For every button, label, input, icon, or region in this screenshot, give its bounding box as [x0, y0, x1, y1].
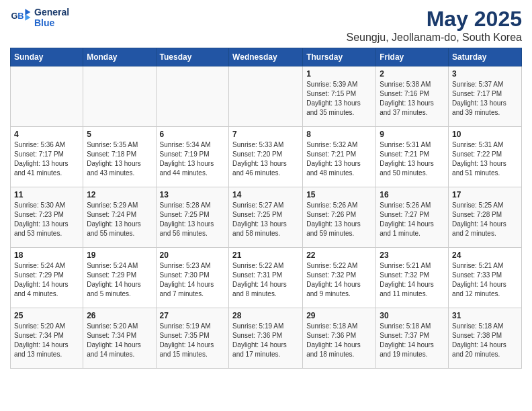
- day-info: Sunrise: 5:22 AMSunset: 7:31 PMDaylight:…: [232, 261, 299, 299]
- calendar-cell: 10Sunrise: 5:31 AMSunset: 7:22 PMDayligh…: [449, 127, 522, 187]
- calendar-cell: 27Sunrise: 5:19 AMSunset: 7:35 PMDayligh…: [156, 308, 229, 369]
- day-info: Sunrise: 5:20 AMSunset: 7:34 PMDaylight:…: [87, 322, 152, 359]
- calendar-cell: 13Sunrise: 5:28 AMSunset: 7:25 PMDayligh…: [156, 187, 229, 248]
- calendar-cell: 24Sunrise: 5:21 AMSunset: 7:33 PMDayligh…: [449, 248, 522, 308]
- day-info: Sunrise: 5:26 AMSunset: 7:27 PMDaylight:…: [380, 201, 445, 238]
- day-info: Sunrise: 5:21 AMSunset: 7:32 PMDaylight:…: [380, 261, 445, 299]
- day-info: Sunrise: 5:21 AMSunset: 7:33 PMDaylight:…: [452, 261, 518, 299]
- day-info: Sunrise: 5:31 AMSunset: 7:21 PMDaylight:…: [380, 140, 445, 178]
- day-info: Sunrise: 5:19 AMSunset: 7:36 PMDaylight:…: [232, 322, 299, 359]
- calendar-cell: 4Sunrise: 5:36 AMSunset: 7:17 PMDaylight…: [11, 127, 83, 187]
- day-number: 3: [452, 69, 518, 79]
- day-info: Sunrise: 5:32 AMSunset: 7:21 PMDaylight:…: [306, 140, 372, 178]
- week-row-4: 18Sunrise: 5:24 AMSunset: 7:29 PMDayligh…: [11, 248, 522, 308]
- calendar-cell: 29Sunrise: 5:18 AMSunset: 7:36 PMDayligh…: [303, 308, 376, 369]
- header-wednesday: Wednesday: [229, 48, 303, 66]
- calendar-cell: 14Sunrise: 5:27 AMSunset: 7:25 PMDayligh…: [229, 187, 303, 248]
- day-number: 21: [232, 250, 299, 260]
- day-info: Sunrise: 5:34 AMSunset: 7:19 PMDaylight:…: [160, 140, 226, 178]
- calendar-cell: 2Sunrise: 5:38 AMSunset: 7:16 PMDaylight…: [376, 66, 449, 127]
- calendar-cell: 8Sunrise: 5:32 AMSunset: 7:21 PMDaylight…: [303, 127, 376, 187]
- day-info: Sunrise: 5:20 AMSunset: 7:34 PMDaylight:…: [14, 322, 79, 359]
- location-title: Seungju, Jeollanam-do, South Korea: [346, 32, 522, 44]
- day-number: 25: [14, 311, 79, 320]
- calendar-cell: 31Sunrise: 5:18 AMSunset: 7:38 PMDayligh…: [449, 308, 522, 369]
- calendar-cell: 26Sunrise: 5:20 AMSunset: 7:34 PMDayligh…: [83, 308, 156, 369]
- day-number: 12: [87, 190, 152, 199]
- day-number: 26: [87, 311, 152, 320]
- day-number: 11: [14, 190, 79, 199]
- day-number: 2: [380, 69, 445, 79]
- page-header: G B General Blue May 2025 Seungju, Jeoll…: [10, 7, 522, 44]
- day-info: Sunrise: 5:30 AMSunset: 7:23 PMDaylight:…: [14, 201, 79, 238]
- calendar-cell: 30Sunrise: 5:18 AMSunset: 7:37 PMDayligh…: [376, 308, 449, 369]
- svg-text:G: G: [11, 11, 18, 21]
- calendar-cell: 5Sunrise: 5:35 AMSunset: 7:18 PMDaylight…: [83, 127, 156, 187]
- day-number: 23: [380, 250, 445, 260]
- day-number: 30: [380, 311, 445, 320]
- day-info: Sunrise: 5:25 AMSunset: 7:28 PMDaylight:…: [452, 201, 518, 238]
- header-tuesday: Tuesday: [156, 48, 229, 66]
- day-info: Sunrise: 5:19 AMSunset: 7:35 PMDaylight:…: [160, 322, 226, 359]
- calendar-cell: 20Sunrise: 5:23 AMSunset: 7:30 PMDayligh…: [156, 248, 229, 308]
- day-number: 10: [452, 130, 518, 139]
- day-number: 9: [380, 130, 445, 139]
- calendar-cell: 23Sunrise: 5:21 AMSunset: 7:32 PMDayligh…: [376, 248, 449, 308]
- calendar-cell: [156, 66, 229, 127]
- day-info: Sunrise: 5:36 AMSunset: 7:17 PMDaylight:…: [14, 140, 79, 178]
- day-number: 19: [87, 250, 152, 260]
- day-info: Sunrise: 5:23 AMSunset: 7:30 PMDaylight:…: [160, 261, 226, 299]
- calendar-cell: [229, 66, 303, 127]
- day-info: Sunrise: 5:24 AMSunset: 7:29 PMDaylight:…: [87, 261, 152, 299]
- header-saturday: Saturday: [449, 48, 522, 66]
- day-number: 7: [232, 130, 299, 139]
- day-number: 13: [160, 190, 226, 199]
- day-info: Sunrise: 5:39 AMSunset: 7:15 PMDaylight:…: [306, 80, 372, 118]
- week-row-3: 11Sunrise: 5:30 AMSunset: 7:23 PMDayligh…: [11, 187, 522, 248]
- day-number: 14: [232, 190, 299, 199]
- header-sunday: Sunday: [11, 48, 83, 66]
- day-info: Sunrise: 5:26 AMSunset: 7:26 PMDaylight:…: [306, 201, 372, 238]
- day-number: 5: [87, 130, 152, 139]
- logo: G B General Blue: [10, 7, 69, 28]
- day-number: 4: [14, 130, 79, 139]
- day-number: 1: [306, 69, 372, 79]
- week-row-1: 1Sunrise: 5:39 AMSunset: 7:15 PMDaylight…: [11, 66, 522, 127]
- calendar-cell: 25Sunrise: 5:20 AMSunset: 7:34 PMDayligh…: [11, 308, 83, 369]
- calendar-cell: 16Sunrise: 5:26 AMSunset: 7:27 PMDayligh…: [376, 187, 449, 248]
- title-block: May 2025 Seungju, Jeollanam-do, South Ko…: [346, 7, 522, 44]
- day-info: Sunrise: 5:38 AMSunset: 7:16 PMDaylight:…: [380, 80, 445, 118]
- day-info: Sunrise: 5:18 AMSunset: 7:37 PMDaylight:…: [380, 322, 445, 359]
- calendar-cell: 19Sunrise: 5:24 AMSunset: 7:29 PMDayligh…: [83, 248, 156, 308]
- day-number: 17: [452, 190, 518, 199]
- day-info: Sunrise: 5:35 AMSunset: 7:18 PMDaylight:…: [87, 140, 152, 178]
- day-number: 27: [160, 311, 226, 320]
- calendar-header-row: SundayMondayTuesdayWednesdayThursdayFrid…: [11, 48, 522, 66]
- header-friday: Friday: [376, 48, 449, 66]
- day-number: 31: [452, 311, 518, 320]
- calendar-cell: 21Sunrise: 5:22 AMSunset: 7:31 PMDayligh…: [229, 248, 303, 308]
- week-row-5: 25Sunrise: 5:20 AMSunset: 7:34 PMDayligh…: [11, 308, 522, 369]
- calendar-table: SundayMondayTuesdayWednesdayThursdayFrid…: [10, 48, 522, 369]
- day-number: 20: [160, 250, 226, 260]
- day-number: 16: [380, 190, 445, 199]
- day-number: 6: [160, 130, 226, 139]
- header-monday: Monday: [83, 48, 156, 66]
- day-number: 8: [306, 130, 372, 139]
- calendar-cell: 18Sunrise: 5:24 AMSunset: 7:29 PMDayligh…: [11, 248, 83, 308]
- day-info: Sunrise: 5:24 AMSunset: 7:29 PMDaylight:…: [14, 261, 79, 299]
- day-info: Sunrise: 5:27 AMSunset: 7:25 PMDaylight:…: [232, 201, 299, 238]
- calendar-cell: 1Sunrise: 5:39 AMSunset: 7:15 PMDaylight…: [303, 66, 376, 127]
- calendar-cell: 7Sunrise: 5:33 AMSunset: 7:20 PMDaylight…: [229, 127, 303, 187]
- calendar-cell: 28Sunrise: 5:19 AMSunset: 7:36 PMDayligh…: [229, 308, 303, 369]
- month-title: May 2025: [346, 7, 522, 32]
- calendar-cell: [11, 66, 83, 127]
- day-info: Sunrise: 5:31 AMSunset: 7:22 PMDaylight:…: [452, 140, 518, 178]
- calendar-cell: 11Sunrise: 5:30 AMSunset: 7:23 PMDayligh…: [11, 187, 83, 248]
- logo-icon: G B: [10, 7, 32, 28]
- day-info: Sunrise: 5:37 AMSunset: 7:17 PMDaylight:…: [452, 80, 518, 118]
- logo-text: General Blue: [34, 7, 69, 28]
- day-number: 22: [306, 250, 372, 260]
- calendar-cell: 22Sunrise: 5:22 AMSunset: 7:32 PMDayligh…: [303, 248, 376, 308]
- day-number: 18: [14, 250, 79, 260]
